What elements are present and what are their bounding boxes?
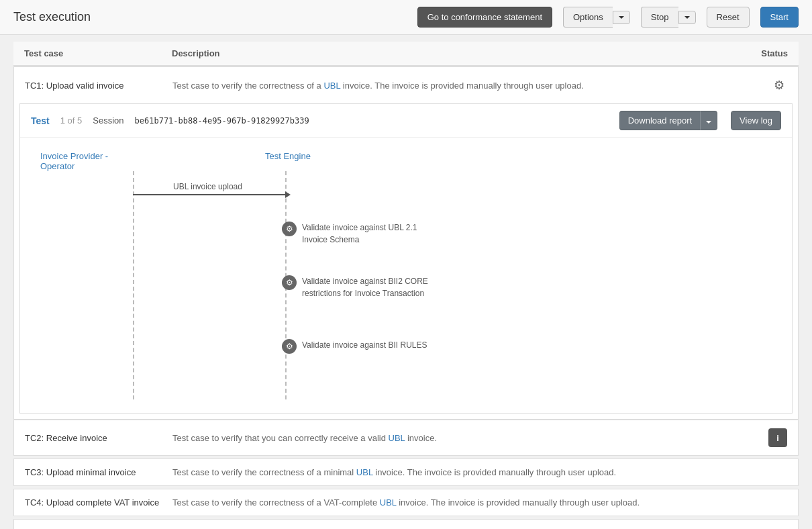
tc2-ubl-link[interactable]: UBL: [389, 433, 405, 443]
download-report-caret[interactable]: [700, 111, 717, 130]
stop-split-button: Stop: [641, 7, 696, 28]
start-button[interactable]: Start: [760, 7, 799, 28]
tc2-info-button[interactable]: i: [768, 428, 787, 447]
tc2-name: TC2: Receive invoice: [25, 433, 172, 443]
col-test-case: Test case: [24, 48, 172, 58]
reset-button[interactable]: Reset: [707, 7, 750, 28]
session-id: be61b771-bb88-4e95-967b-91829927b339: [135, 116, 309, 126]
tc1-row: TC1: Upload valid invoice Test case to v…: [13, 66, 799, 420]
tc3-row: TC3: Upload minimal invoice Test case to…: [13, 459, 799, 486]
tc4-ubl-link[interactable]: UBL: [380, 497, 397, 508]
actor-provider-label: Invoice Provider - Operator: [34, 151, 134, 171]
diagram-body: UBL invoice upload ⚙ Validate invoice ag…: [34, 171, 778, 399]
tc3-description: Test case to verify the correctness of a…: [172, 467, 747, 477]
actors-row: Invoice Provider - Operator Test Engine: [34, 151, 778, 171]
actor-engine-label: Test Engine: [265, 151, 311, 171]
session-label: Session: [93, 115, 123, 126]
arrow-head: [285, 191, 291, 198]
arrow-line: UBL invoice upload: [133, 194, 285, 195]
stop-main-button[interactable]: Stop: [641, 7, 678, 28]
page-title: Test execution: [13, 10, 407, 24]
panel-header: Test 1 of 5 Session be61b771-bb88-4e95-9…: [20, 104, 792, 138]
tc2-row: TC2: Receive invoice Test case to verify…: [13, 420, 799, 456]
conformance-button[interactable]: Go to conformance statement: [417, 7, 552, 28]
tc1-description: Test case to verify the correctness of a…: [172, 81, 747, 91]
options-caret-icon: [619, 16, 624, 19]
tc1-status: ⚙: [747, 75, 787, 95]
options-split-button: Options: [563, 7, 630, 28]
tc4-row: TC4: Upload complete VAT invoice Test ca…: [13, 489, 799, 516]
test-count: 1 of 5: [60, 115, 83, 126]
options-main-button[interactable]: Options: [563, 7, 613, 28]
tc3-ubl-link[interactable]: UBL: [356, 467, 373, 477]
col-description: Description: [172, 48, 721, 58]
step3-gear-icon: ⚙: [282, 339, 297, 354]
download-caret-icon: [706, 121, 711, 124]
download-report-button[interactable]: Download report: [619, 111, 700, 130]
stop-caret-icon: [684, 16, 690, 19]
tc4-name: TC4: Upload complete VAT invoice: [25, 497, 172, 508]
options-caret-button[interactable]: [613, 11, 630, 24]
download-report-split: Download report: [619, 111, 717, 130]
active-test-panel: Test 1 of 5 Session be61b771-bb88-4e95-9…: [19, 103, 793, 414]
table-header: Test case Description Status: [13, 42, 799, 66]
step1-description: Validate invoice against UBL 2.1 Invoice…: [302, 222, 436, 246]
main-content: Test case Description Status TC1: Upload…: [0, 42, 812, 529]
message-arrow: UBL invoice upload: [133, 191, 291, 198]
tc2-description: Test case to verify that you can correct…: [172, 433, 747, 443]
arrow-body: [133, 194, 285, 195]
test-label: Test: [31, 115, 50, 126]
tc1-ubl-link[interactable]: UBL: [323, 81, 340, 91]
step2-description: Validate invoice against BII2 CORE restr…: [302, 275, 436, 299]
tc5-row: TC5: Receive invalid invoice Test case t…: [13, 519, 799, 529]
view-log-button[interactable]: View log: [731, 111, 781, 130]
tc2-status: i: [747, 428, 787, 447]
tc4-description: Test case to verify the correctness of a…: [172, 497, 747, 508]
sequence-diagram: Invoice Provider - Operator Test Engine: [20, 138, 792, 413]
col-status: Status: [721, 48, 788, 58]
step2-gear-icon: ⚙: [282, 275, 297, 290]
tc1-gear-button[interactable]: ⚙: [771, 75, 787, 95]
dashed-line-left: [133, 171, 134, 399]
stop-caret-button[interactable]: [678, 11, 696, 24]
tc1-name: TC1: Upload valid invoice: [25, 81, 172, 91]
step-3: ⚙ Validate invoice against BII RULES: [282, 339, 427, 354]
step3-description: Validate invoice against BII RULES: [302, 339, 427, 351]
step-1: ⚙ Validate invoice against UBL 2.1 Invoi…: [282, 222, 436, 246]
step-2: ⚙ Validate invoice against BII2 CORE res…: [282, 275, 436, 299]
page-header: Test execution Go to conformance stateme…: [0, 0, 812, 35]
arrow-label: UBL invoice upload: [173, 182, 242, 191]
tc3-name: TC3: Upload minimal invoice: [25, 467, 172, 477]
step1-gear-icon: ⚙: [282, 222, 297, 236]
